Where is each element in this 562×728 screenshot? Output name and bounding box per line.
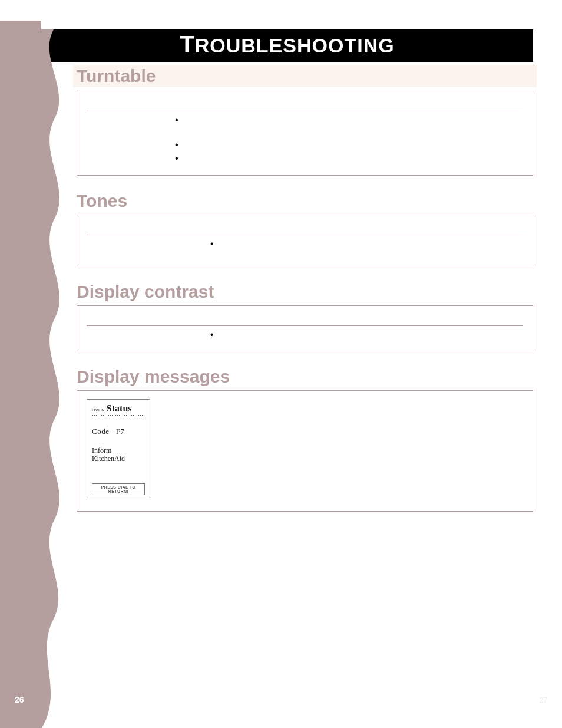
content-area: Turntable Problem Turntable will not tur… xyxy=(77,65,533,512)
tones-item: Adjust the tone volume by following the … xyxy=(210,239,523,250)
top-accent-bar xyxy=(0,21,41,29)
box-contrast: Problem Display is hard to read Adjust t… xyxy=(77,305,533,352)
divider xyxy=(87,325,523,326)
device-inform-line1: Inform xyxy=(92,447,145,455)
device-divider-dots xyxy=(92,414,145,416)
box-turntable: Problem Turntable will not turn Be sure … xyxy=(77,91,533,176)
section-title-messages: Display messages xyxy=(77,367,533,387)
box-tones: Problem End-of-cycle and keypress tones … xyxy=(77,215,533,266)
chapter-title-rest: ROUBLESHOOTING xyxy=(195,34,395,57)
page-number-ghost: 27 xyxy=(540,696,547,704)
device-status-label: Status xyxy=(107,403,132,414)
chapter-title-bar: TROUBLESHOOTING xyxy=(41,29,533,62)
tones-problem: End-of-cycle and keypress tones are too … xyxy=(87,239,210,258)
turntable-item: Be sure the turntable is properly seated… xyxy=(175,115,523,137)
turntable-list: Be sure the turntable is properly seated… xyxy=(175,115,523,167)
messages-head: Failure code appears in display xyxy=(164,400,523,417)
contrast-list: Adjust the display contrast by following… xyxy=(210,330,523,343)
contrast-item: Adjust the display contrast by following… xyxy=(210,330,523,341)
device-code-value: F7 xyxy=(116,427,125,436)
turntable-item: Restart the oven. xyxy=(175,153,523,164)
tones-header: Problem xyxy=(87,221,523,233)
page-number: 26 xyxy=(15,695,24,704)
messages-body: If a failure code appears in the display… xyxy=(164,422,523,445)
device-bottom-hint: PRESS DIAL TO RETURN! xyxy=(92,483,145,495)
section-title-turntable: Turntable xyxy=(73,65,537,87)
device-oven-label: OVEN xyxy=(92,408,105,412)
device-inform-line2: KitchenAid xyxy=(92,455,145,463)
section-title-tones: Tones xyxy=(77,191,533,211)
device-code-line: Code F7 xyxy=(92,427,145,436)
chapter-title-first-letter: T xyxy=(180,31,194,57)
turntable-header: Problem xyxy=(87,97,523,110)
device-top: OVEN Status xyxy=(92,403,145,414)
box-messages: OVEN Status Code F7 Inform KitchenAid PR… xyxy=(77,390,533,512)
turntable-problem: Turntable will not turn xyxy=(87,115,175,167)
divider xyxy=(87,111,523,111)
device-screen: OVEN Status Code F7 Inform KitchenAid PR… xyxy=(87,399,150,498)
wave-decoration xyxy=(41,29,76,728)
messages-text: Failure code appears in display If a fai… xyxy=(164,399,523,498)
device-inform: Inform KitchenAid xyxy=(92,447,145,463)
messages-row: OVEN Status Code F7 Inform KitchenAid PR… xyxy=(87,399,523,498)
page: TROUBLESHOOTING Turntable Problem Turnta… xyxy=(0,0,562,728)
device-code-label: Code xyxy=(92,427,109,436)
tones-list: Adjust the tone volume by following the … xyxy=(210,239,523,258)
contrast-row: Display is hard to read Adjust the displ… xyxy=(87,330,523,343)
section-title-contrast: Display contrast xyxy=(77,282,533,302)
contrast-problem: Display is hard to read xyxy=(87,330,210,343)
contrast-header: Problem xyxy=(87,312,523,324)
turntable-item: Check to see that the turntable is set t… xyxy=(175,140,523,151)
left-margin-column xyxy=(0,29,41,728)
tones-row: End-of-cycle and keypress tones are too … xyxy=(87,239,523,258)
divider xyxy=(87,235,523,235)
turntable-row: Turntable will not turn Be sure the turn… xyxy=(87,115,523,167)
